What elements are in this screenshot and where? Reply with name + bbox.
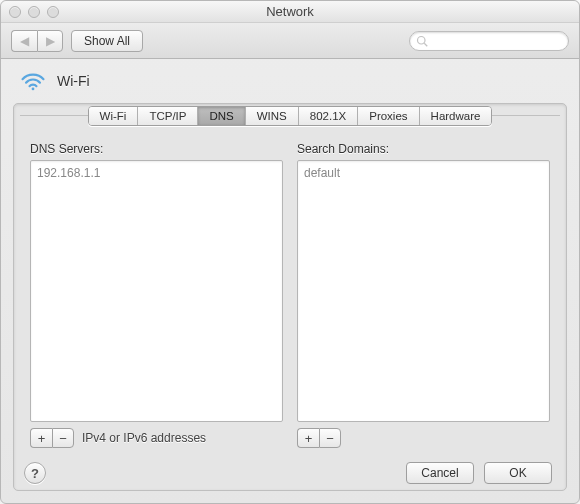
interface-name: Wi-Fi — [57, 73, 90, 89]
forward-icon: ▶ — [46, 34, 55, 48]
dns-servers-column: DNS Servers: 192.168.1.1 + − IPv4 or IPv… — [30, 142, 283, 448]
list-item[interactable]: default — [304, 165, 543, 181]
minus-icon: − — [326, 432, 334, 445]
search-domains-footer: + − — [297, 422, 550, 448]
back-button[interactable]: ◀ — [11, 30, 37, 52]
search-domains-list[interactable]: default — [297, 160, 550, 422]
search-domains-label: Search Domains: — [297, 142, 550, 156]
search-domains-column: Search Domains: default + − — [297, 142, 550, 448]
cancel-button[interactable]: Cancel — [406, 462, 474, 484]
plus-icon: + — [305, 432, 313, 445]
cancel-label: Cancel — [421, 466, 458, 480]
tab-tcpip[interactable]: TCP/IP — [138, 107, 198, 125]
tab-label: TCP/IP — [149, 110, 186, 122]
svg-line-1 — [424, 43, 427, 46]
help-button[interactable]: ? — [24, 462, 46, 484]
tab-8021x[interactable]: 802.1X — [299, 107, 358, 125]
remove-dns-server-button[interactable]: − — [52, 428, 74, 448]
add-dns-server-button[interactable]: + — [30, 428, 52, 448]
tabs: Wi-Fi TCP/IP DNS WINS 802.1X Proxies Har… — [88, 106, 493, 126]
dns-servers-list[interactable]: 192.168.1.1 — [30, 160, 283, 422]
add-search-domain-button[interactable]: + — [297, 428, 319, 448]
tab-wins[interactable]: WINS — [246, 107, 299, 125]
show-all-label: Show All — [84, 34, 130, 48]
search-field[interactable] — [409, 31, 569, 51]
dns-servers-addremove: + − — [30, 428, 74, 448]
tab-wifi[interactable]: Wi-Fi — [89, 107, 139, 125]
plus-icon: + — [38, 432, 46, 445]
minus-icon: − — [59, 432, 67, 445]
tab-label: DNS — [209, 110, 233, 122]
panel-bottom-bar: ? Cancel OK — [14, 456, 566, 490]
remove-search-domain-button[interactable]: − — [319, 428, 341, 448]
list-item[interactable]: 192.168.1.1 — [37, 165, 276, 181]
dns-servers-footer: + − IPv4 or IPv6 addresses — [30, 422, 283, 448]
tab-label: Hardware — [431, 110, 481, 122]
nav-segment: ◀ ▶ — [11, 30, 63, 52]
dns-servers-label: DNS Servers: — [30, 142, 283, 156]
svg-point-2 — [32, 87, 35, 90]
dns-servers-hint: IPv4 or IPv6 addresses — [82, 431, 206, 445]
wifi-icon — [19, 69, 47, 93]
window-title: Network — [1, 4, 579, 19]
tab-dns[interactable]: DNS — [198, 107, 245, 125]
tab-label: WINS — [257, 110, 287, 122]
back-icon: ◀ — [20, 34, 29, 48]
tabs-bar: Wi-Fi TCP/IP DNS WINS 802.1X Proxies Har… — [14, 104, 566, 126]
tab-proxies[interactable]: Proxies — [358, 107, 419, 125]
search-domains-addremove: + − — [297, 428, 341, 448]
tab-hardware[interactable]: Hardware — [420, 107, 492, 125]
tab-label: Wi-Fi — [100, 110, 127, 122]
preferences-window: Network ◀ ▶ Show All Wi-Fi — [0, 0, 580, 504]
ok-button[interactable]: OK — [484, 462, 552, 484]
action-buttons: Cancel OK — [406, 462, 552, 484]
tab-label: Proxies — [369, 110, 407, 122]
interface-header: Wi-Fi — [1, 59, 579, 97]
tab-label: 802.1X — [310, 110, 346, 122]
search-icon — [416, 35, 428, 47]
forward-button[interactable]: ▶ — [37, 30, 63, 52]
svg-point-0 — [418, 36, 426, 44]
show-all-button[interactable]: Show All — [71, 30, 143, 52]
settings-panel: Wi-Fi TCP/IP DNS WINS 802.1X Proxies Har… — [13, 103, 567, 491]
toolbar: ◀ ▶ Show All — [1, 23, 579, 59]
help-icon: ? — [31, 466, 39, 481]
dns-tab-content: DNS Servers: 192.168.1.1 + − IPv4 or IPv… — [14, 126, 566, 456]
ok-label: OK — [509, 466, 526, 480]
titlebar: Network — [1, 1, 579, 23]
